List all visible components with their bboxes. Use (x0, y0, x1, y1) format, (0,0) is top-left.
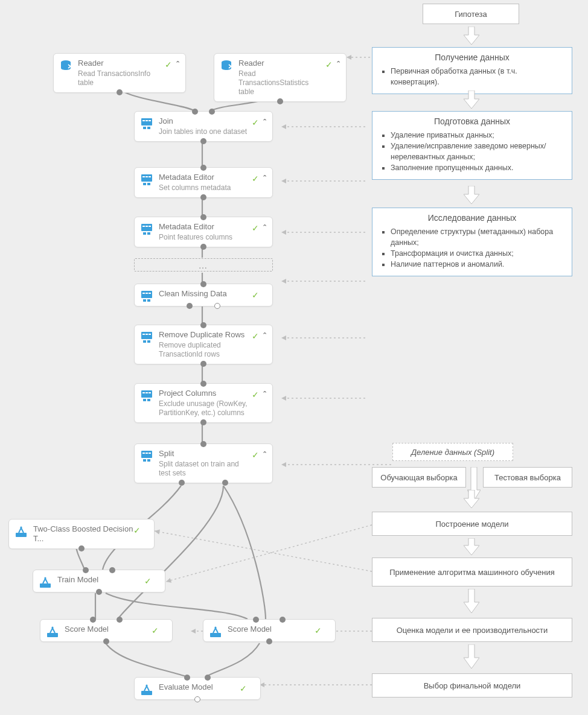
svg-rect-30 (143, 232, 146, 235)
flow-split-label: Деление данных (Split) (392, 443, 513, 461)
module-split[interactable]: Split Split dataset on train and test se… (134, 443, 273, 483)
svg-rect-62 (210, 633, 221, 637)
chevron-up-icon[interactable]: ⌃ (262, 331, 267, 339)
dataset-icon (139, 222, 154, 237)
module-title: Reader (238, 59, 325, 68)
module-reader-1[interactable]: Reader Read TransactionsInfo table ✓ ⌃ (53, 53, 186, 93)
flow-label: Построение модели (435, 520, 508, 529)
ellipsis-placeholder: … (134, 258, 273, 272)
module-two-class-boosted-decision-tree[interactable]: Two-Class Boosted Decision T... ✓ (8, 519, 155, 549)
module-title: Two-Class Boosted Decision T... (33, 524, 133, 544)
module-remove-duplicate-rows[interactable]: Remove Duplicate Rows Remove duplicated … (134, 325, 273, 364)
svg-rect-56 (16, 533, 27, 537)
module-evaluate-model[interactable]: Evaluate Model ✓ (134, 677, 261, 700)
flow-final-model: Выбор финальной модели (372, 673, 572, 698)
module-score-model-1[interactable]: Score Model ✓ (40, 619, 173, 642)
chevron-up-icon[interactable]: ⌃ (262, 174, 267, 182)
svg-rect-52 (145, 453, 148, 454)
model-icon (139, 682, 154, 697)
database-icon (59, 59, 73, 73)
module-clean-missing-data[interactable]: Clean Missing Data ✓ (134, 284, 273, 307)
svg-rect-32 (141, 291, 152, 298)
module-title: Project Columns (159, 389, 252, 398)
svg-rect-53 (149, 453, 151, 454)
module-title: Train Model (57, 575, 144, 585)
dataset-icon (139, 116, 154, 131)
module-join[interactable]: Join Join tables into one dataset ✓ ⌃ (134, 111, 273, 142)
svg-rect-37 (147, 299, 150, 302)
arrow-down-icon (464, 490, 479, 508)
svg-rect-19 (147, 127, 150, 129)
check-icon: ✓ (252, 450, 259, 460)
svg-point-61 (51, 626, 53, 628)
svg-rect-31 (147, 232, 150, 235)
module-title: Join (159, 116, 252, 126)
flow-hypothesis: Гипотеза (423, 4, 519, 24)
svg-rect-23 (149, 176, 151, 177)
check-icon: ✓ (144, 576, 152, 586)
flow-evaluate-model: Оценка модели и ее производительности (372, 618, 572, 642)
module-train-model[interactable]: Train Model ✓ (33, 570, 165, 593)
module-project-columns[interactable]: Project Columns Exclude unusage (RowKey,… (134, 383, 273, 423)
svg-rect-28 (145, 226, 148, 227)
flow-title: Подготовка данных (380, 116, 564, 126)
module-subtitle: Split dataset on train and test sets (159, 460, 252, 478)
check-icon: ✓ (252, 223, 259, 233)
module-metadata-editor-2[interactable]: Metadata Editor Point features columns ✓… (134, 217, 273, 247)
diagram-canvas: { "nodes": { "reader1": { "title": "Read… (0, 0, 588, 715)
chevron-up-icon[interactable]: ⌃ (336, 60, 341, 68)
svg-point-63 (214, 626, 216, 628)
module-subtitle: Join tables into one dataset (159, 127, 252, 136)
module-subtitle: Point features columns (159, 233, 252, 242)
svg-rect-15 (142, 120, 145, 121)
flow-label: Деление данных (Split) (411, 448, 494, 457)
chevron-up-icon[interactable]: ⌃ (175, 60, 181, 68)
check-icon: ✓ (165, 60, 172, 69)
flow-prep: Подготовка данных Удаление приватных дан… (372, 111, 572, 180)
svg-point-65 (145, 684, 147, 686)
svg-rect-36 (143, 299, 146, 302)
list-item: Трансформация и очистка данных; (391, 248, 564, 259)
dataset-icon (139, 330, 154, 345)
flow-label: Применение алгоритма машинного обучения (389, 568, 555, 577)
module-title: Clean Missing Data (159, 289, 252, 299)
svg-rect-20 (141, 174, 152, 182)
svg-rect-16 (145, 120, 148, 121)
check-icon: ✓ (325, 60, 333, 69)
svg-point-57 (20, 526, 22, 528)
chevron-up-icon[interactable]: ⌃ (262, 390, 267, 398)
module-metadata-editor-1[interactable]: Metadata Editor Set columns metadata ✓ ⌃ (134, 167, 273, 198)
list-item: Удаление приватных данных; (391, 130, 564, 141)
check-icon: ✓ (252, 331, 259, 341)
svg-rect-39 (142, 334, 145, 335)
chevron-up-icon[interactable]: ⌃ (262, 450, 267, 458)
module-reader-2[interactable]: Reader Read TransactionsStatistics table… (214, 53, 347, 102)
flow-title: Получение данных (380, 52, 564, 62)
svg-rect-35 (149, 293, 151, 294)
module-title: Metadata Editor (159, 173, 252, 182)
svg-rect-44 (141, 390, 152, 398)
svg-rect-46 (145, 392, 148, 393)
chevron-up-icon[interactable]: ⌃ (262, 118, 267, 126)
svg-point-59 (44, 577, 46, 579)
connectors (0, 0, 588, 715)
svg-line-9 (155, 531, 372, 571)
flow-label: Обучающая выборка (380, 473, 457, 482)
list-item: Удаление/исправление заведомо неверных/н… (391, 141, 564, 162)
svg-rect-22 (145, 176, 148, 177)
database-icon (219, 59, 234, 73)
module-score-model-2[interactable]: Score Model ✓ (203, 619, 336, 642)
flow-apply-algorithm: Применение алгоритма машинного обучения (372, 558, 572, 586)
chevron-up-icon[interactable]: ⌃ (262, 223, 267, 231)
check-icon: ✓ (133, 526, 141, 535)
flow-test-set: Тестовая выборка (483, 467, 572, 488)
check-icon: ✓ (240, 684, 247, 693)
arrow-down-icon (464, 589, 479, 613)
module-subtitle: Remove duplicated TransactionId rows (159, 341, 252, 359)
check-icon: ✓ (252, 290, 259, 300)
svg-rect-14 (141, 118, 152, 126)
arrow-down-icon (464, 538, 479, 555)
flow-title: Исследование данных (380, 213, 564, 223)
svg-rect-29 (149, 226, 151, 227)
svg-line-8 (166, 525, 372, 582)
